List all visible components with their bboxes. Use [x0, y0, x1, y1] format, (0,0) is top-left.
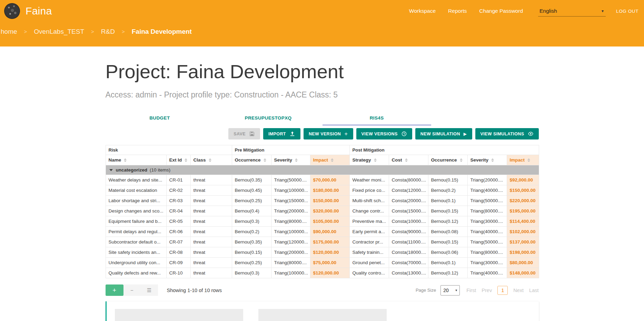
tab-presupuestopxq[interactable]: PRESUPUESTOPXQ [214, 111, 323, 125]
column-header-cost[interactable]: Cost [389, 155, 428, 165]
column-header-class[interactable]: Class [190, 155, 232, 165]
nav-workspace[interactable]: Workspace [409, 8, 436, 14]
cell-strategy: Multi-shift sch... [349, 196, 389, 206]
cell-name: Material cost escalation [106, 185, 166, 196]
save-icon [249, 131, 255, 137]
sort-icon [331, 158, 334, 162]
new-simulation-label: NEW SIMULATION [420, 132, 460, 136]
import-button[interactable]: IMPORT [263, 128, 300, 139]
cell-impact-post: $137,000.00 [507, 237, 539, 247]
cell-strategy: Contractor pr... [349, 237, 389, 247]
cell-name: Equipment failure and b... [106, 216, 166, 227]
cell-severity-pre: Triang(200000... [271, 247, 310, 258]
cell-severity-post: Triang(80000.... [467, 206, 507, 216]
cell-class: threat [190, 268, 232, 278]
page-size-value: 20 [443, 288, 449, 293]
remove-row-button[interactable]: − [123, 284, 141, 296]
cell-occurrence-pre: Bernou(0.45) [232, 185, 271, 196]
table-row[interactable]: Weather delays and site...CR-01threatBer… [106, 175, 539, 185]
cell-severity-pre: Triang(50000.... [271, 175, 310, 185]
cell-severity-pre: Triang(80000.... [271, 258, 310, 268]
cell-severity-post: Triang(30000.... [467, 216, 507, 227]
cell-occurrence-pre: Bernou(0.4) [232, 206, 271, 216]
cell-severity-post: Triang(40000.... [467, 227, 507, 237]
chevron-down-icon: ▾ [602, 9, 604, 13]
pagination-first[interactable]: First [466, 288, 476, 293]
tab-ris4s[interactable]: RIS4S [323, 111, 431, 125]
cell-class: threat [190, 258, 232, 268]
cell-occurrence-pre: Bernou(0.25) [232, 258, 271, 268]
view-versions-button[interactable]: VIEW VERSIONS [356, 128, 412, 139]
columns-menu-button[interactable]: ☰ [141, 284, 158, 296]
nav-change-password[interactable]: Change Password [479, 8, 523, 14]
cell-ext-id: CR-09 [166, 258, 190, 268]
table-row[interactable]: Underground utility con...CR-09threatBer… [106, 258, 539, 268]
column-header-row: Name Ext Id Class Occurrence Severity Im… [106, 155, 539, 165]
column-header-name[interactable]: Name [106, 155, 166, 165]
group-row-cell: uncategorized(10 items) [106, 165, 539, 175]
breadcrumb-rd[interactable]: R&D [101, 28, 115, 35]
table-row[interactable]: Site safety incidents an...CR-08threatBe… [106, 247, 539, 258]
column-header-severity-post[interactable]: Severity [467, 155, 507, 165]
brand[interactable]: Faina [4, 3, 52, 19]
pagination-last[interactable]: Last [529, 288, 538, 293]
column-header-occurrence-pre[interactable]: Occurrence [232, 155, 271, 165]
tab-bar: BUDGET PRESUPUESTOPXQ RIS4S [106, 111, 431, 125]
language-select[interactable]: English ▾ [538, 6, 606, 17]
table-row[interactable]: Material cost escalationCR-02threatBerno… [106, 185, 539, 196]
cell-occurrence-post: Bernou(0.15) [428, 237, 467, 247]
pagination-area: Page Size 20 ▾ First Prev 1 Next Last [416, 285, 539, 296]
cell-occurrence-post: Bernou(0.12) [428, 216, 467, 227]
table-row[interactable]: Labor shortage and stri...CR-03threatBer… [106, 196, 539, 206]
cell-ext-id: CR-06 [166, 227, 190, 237]
column-header-strategy[interactable]: Strategy [349, 155, 389, 165]
view-simulations-button[interactable]: VIEW SIMULATIONS [475, 128, 539, 139]
logout-button[interactable]: LOG OUT [616, 9, 638, 14]
table-footer: + − ☰ Showing 1-10 of 10 rows Page Size … [106, 284, 539, 296]
save-button[interactable]: SAVE [228, 128, 260, 139]
breadcrumb-home[interactable]: home [1, 28, 17, 35]
column-header-ext-id[interactable]: Ext Id [166, 155, 190, 165]
cell-occurrence-pre: Bernou(0.15) [232, 247, 271, 258]
cell-impact-pre: $90,000.00 [310, 227, 349, 237]
table-row[interactable]: Equipment failure and b...CR-05threatBer… [106, 216, 539, 227]
nav-reports[interactable]: Reports [448, 8, 467, 14]
column-header-occurrence-post[interactable]: Occurrence [428, 155, 467, 165]
tab-budget[interactable]: BUDGET [106, 111, 214, 125]
pagination-next[interactable]: Next [513, 288, 524, 293]
upload-icon [289, 131, 295, 137]
cell-impact-pre: $150,000.00 [310, 196, 349, 206]
breadcrumb-ovenlabs-test[interactable]: OvenLabs_TEST [34, 28, 84, 35]
collapse-icon[interactable] [109, 169, 113, 171]
pagination-page-1[interactable]: 1 [497, 286, 508, 295]
column-header-impact-pre[interactable]: Impact [310, 155, 349, 165]
cell-severity-pre: Triang(100000... [271, 185, 310, 196]
breadcrumb: home > OvenLabs_TEST > R&D > Faina Devel… [0, 22, 644, 46]
table-row[interactable]: Permit delays and regul...CR-06threatBer… [106, 227, 539, 237]
page-size-label: Page Size [416, 288, 436, 293]
table-row[interactable]: Subcontractor default o...CR-07threatBer… [106, 237, 539, 247]
cell-ext-id: CR-08 [166, 247, 190, 258]
table-row[interactable]: Design changes and sco...CR-04threatBern… [106, 206, 539, 216]
cell-class: threat [190, 247, 232, 258]
pagination-prev[interactable]: Prev [482, 288, 492, 293]
save-label: SAVE [234, 132, 246, 136]
add-row-button[interactable]: + [106, 284, 123, 296]
cell-class: threat [190, 196, 232, 206]
cell-impact-post: $150,000.00 [507, 185, 539, 196]
cell-occurrence-post: Bernou(0.1) [428, 196, 467, 206]
new-version-button[interactable]: NEW VERSION + [304, 128, 353, 139]
cell-name: Labor shortage and stri... [106, 196, 166, 206]
table-row[interactable]: Quality defects and rew...CR-10threatBer… [106, 268, 539, 278]
cell-severity-post: Triang(20000.... [467, 175, 507, 185]
column-header-severity-pre[interactable]: Severity [271, 155, 310, 165]
page-size-select[interactable]: 20 ▾ [440, 285, 460, 296]
new-simulation-button[interactable]: NEW SIMULATION ▶ [415, 128, 472, 139]
cell-severity-pre: Triang(100000... [271, 268, 310, 278]
group-row-uncategorized[interactable]: uncategorized(10 items) [106, 165, 539, 175]
faina-logo-icon [4, 3, 20, 19]
group-header-risk: Risk [106, 145, 232, 155]
column-header-impact-post[interactable]: Impact [507, 155, 539, 165]
language-value: English [539, 8, 557, 14]
cell-strategy: Ground penet... [349, 258, 389, 268]
